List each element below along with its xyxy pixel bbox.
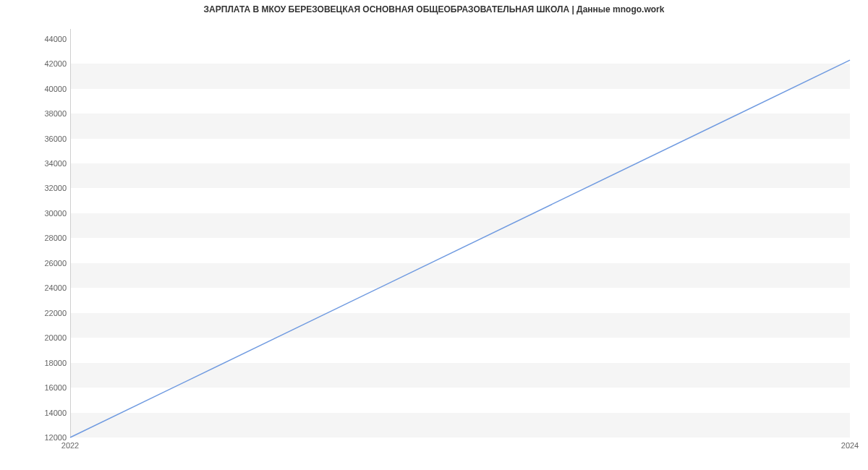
y-tick-label: 36000 (30, 134, 67, 143)
y-tick-label: 22000 (30, 309, 67, 317)
y-tick-label: 38000 (30, 109, 67, 118)
y-tick-label: 32000 (30, 184, 67, 192)
y-tick-label: 28000 (30, 234, 67, 242)
line-layer (70, 29, 850, 437)
y-tick-label: 42000 (30, 59, 67, 68)
y-tick-label: 44000 (30, 35, 67, 43)
y-tick-label: 40000 (30, 85, 67, 93)
chart-title: ЗАРПЛАТА В МКОУ БЕРЕЗОВЕЦКАЯ ОСНОВНАЯ ОБ… (0, 4, 868, 14)
x-tick-label: 2024 (841, 441, 859, 450)
y-tick-label: 26000 (30, 259, 67, 268)
y-tick-label: 16000 (30, 383, 67, 392)
chart-container: ЗАРПЛАТА В МКОУ БЕРЕЗОВЕЦКАЯ ОСНОВНАЯ ОБ… (0, 0, 868, 470)
y-tick-label: 18000 (30, 359, 67, 367)
data-line (70, 60, 850, 437)
y-tick-label: 24000 (30, 283, 67, 292)
y-tick-label: 14000 (30, 409, 67, 417)
x-tick-label: 2022 (61, 441, 79, 450)
y-tick-label: 30000 (30, 209, 67, 218)
y-tick-label: 20000 (30, 333, 67, 342)
y-tick-label: 34000 (30, 159, 67, 168)
